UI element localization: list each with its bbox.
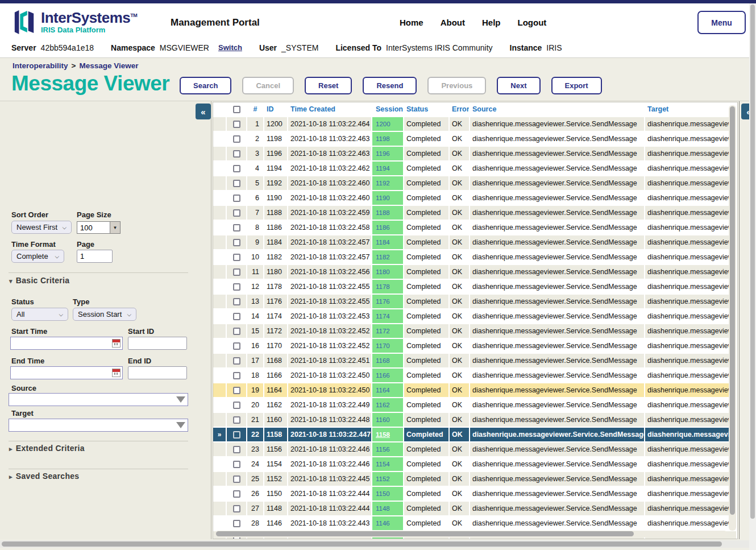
session-link[interactable]: 1146 [376, 520, 390, 527]
column-header--[interactable]: # [247, 102, 264, 117]
export-button[interactable]: Export [551, 77, 602, 94]
row-checkbox[interactable] [233, 313, 240, 320]
column-header-session[interactable]: Session [372, 102, 404, 117]
table-row[interactable]: »2211582021-10-18 11:03:22.4471158Comple… [213, 428, 737, 443]
session-link[interactable]: 1152 [376, 475, 390, 482]
table-row[interactable]: 1811662021-10-18 11:03:22.4501166Complet… [213, 369, 737, 383]
calendar-icon[interactable] [112, 339, 121, 348]
breadcrumb-message-viewer[interactable]: Message Viewer [79, 61, 138, 70]
table-row[interactable]: 112002021-10-18 11:03:22.4641200Complete… [213, 117, 737, 132]
target-combo[interactable] [9, 419, 188, 432]
table-row[interactable]: 1711682021-10-18 11:03:22.4511168Complet… [213, 354, 737, 369]
table-row[interactable]: 2611502021-10-18 11:03:22.4441150Complet… [213, 487, 737, 502]
session-link[interactable]: 1192 [376, 180, 390, 187]
table-row[interactable]: 1111802021-10-18 11:03:22.4561180Complet… [213, 265, 737, 280]
row-checkbox[interactable] [233, 357, 240, 365]
select-all-checkbox[interactable] [233, 106, 240, 113]
table-row[interactable]: 2311562021-10-18 11:03:22.4461156Complet… [213, 443, 737, 457]
row-checkbox[interactable] [233, 416, 240, 424]
table-row[interactable]: 811862021-10-18 11:03:22.4581186Complete… [213, 221, 737, 235]
menu-button[interactable]: Menu [697, 11, 746, 34]
row-checkbox[interactable] [233, 283, 240, 291]
column-header-target[interactable]: Target [645, 102, 737, 117]
breadcrumb-interoperability[interactable]: Interoperability [13, 61, 68, 70]
row-checkbox[interactable] [233, 372, 240, 379]
column-header-id[interactable]: ID [264, 102, 288, 117]
row-checkbox[interactable] [233, 298, 240, 305]
end-time-input[interactable] [10, 366, 123, 379]
session-link[interactable]: 1176 [376, 298, 390, 305]
row-checkbox[interactable] [233, 387, 240, 394]
column-header-status[interactable]: Status [404, 102, 450, 117]
table-row[interactable]: 1911642021-10-18 11:03:22.4501164Complet… [213, 383, 737, 398]
session-link[interactable]: 1184 [376, 239, 390, 246]
nav-link-logout[interactable]: Logout [518, 18, 547, 27]
session-link[interactable]: 1170 [376, 342, 390, 349]
row-checkbox[interactable] [233, 121, 240, 128]
table-row[interactable]: 511922021-10-18 11:03:22.4601192Complete… [213, 176, 737, 191]
column-header-source[interactable]: Source [470, 102, 645, 117]
extended-criteria-section-header[interactable]: ▸Extended Criteria [9, 444, 85, 453]
row-checkbox[interactable] [233, 150, 240, 158]
table-row[interactable]: 1211782021-10-18 11:03:22.4551178Complet… [213, 280, 737, 295]
resend-button[interactable]: Resend [363, 77, 417, 94]
table-row[interactable]: 1611702021-10-18 11:03:22.4521170Complet… [213, 339, 737, 354]
session-link[interactable]: 1196 [376, 150, 390, 157]
table-vertical-scrollbar[interactable] [729, 105, 736, 531]
table-row[interactable]: 2411542021-10-18 11:03:22.4461154Complet… [213, 457, 737, 472]
row-checkbox[interactable] [233, 475, 240, 483]
end-id-input[interactable] [128, 366, 187, 379]
table-row[interactable]: 1311762021-10-18 11:03:22.4551176Complet… [213, 295, 737, 309]
page-size-combo[interactable]: 100 ▼ [77, 221, 121, 234]
scrollbar-thumb[interactable] [750, 5, 755, 519]
session-link[interactable]: 1200 [376, 121, 391, 127]
row-checkbox[interactable] [233, 209, 240, 217]
table-row[interactable]: 2711482021-10-18 11:03:22.4441148Complet… [213, 502, 737, 516]
table-row[interactable]: 2511522021-10-18 11:03:22.4451152Complet… [213, 472, 737, 487]
session-link[interactable]: 1160 [376, 416, 390, 423]
scrollbar-thumb[interactable] [216, 531, 634, 536]
source-combo[interactable] [9, 393, 188, 406]
table-row[interactable]: 2811462021-10-18 11:03:22.4431146Complet… [213, 516, 737, 531]
table-row[interactable]: 611902021-10-18 11:03:22.4601190Complete… [213, 191, 737, 206]
row-checkbox[interactable] [233, 402, 240, 409]
saved-searches-section-header[interactable]: ▸Saved Searches [9, 472, 79, 481]
table-row[interactable]: 911842021-10-18 11:03:22.4571184Complete… [213, 235, 737, 250]
row-checkbox[interactable] [233, 135, 240, 143]
column-header-error[interactable]: Error [450, 102, 470, 117]
table-row[interactable]: 2111602021-10-18 11:03:22.4481160Complet… [213, 413, 737, 428]
type-select[interactable]: Session Start⌵ [73, 308, 136, 321]
session-link[interactable]: 1148 [376, 505, 390, 512]
start-time-input[interactable] [10, 337, 123, 350]
session-link[interactable]: 1162 [376, 402, 390, 408]
row-checkbox[interactable] [233, 446, 240, 453]
calendar-icon[interactable] [112, 369, 121, 377]
table-row[interactable]: 311962021-10-18 11:03:22.4631196Complete… [213, 147, 737, 162]
reset-button[interactable]: Reset [305, 77, 352, 94]
session-link[interactable]: 1198 [376, 135, 390, 142]
session-link[interactable]: 1164 [376, 387, 390, 394]
row-checkbox[interactable] [233, 180, 240, 187]
session-link[interactable]: 1166 [376, 372, 390, 379]
session-link[interactable]: 1172 [376, 328, 390, 334]
scrollbar-thumb[interactable] [730, 106, 735, 515]
row-checkbox[interactable] [233, 165, 240, 172]
session-link[interactable]: 1182 [376, 254, 390, 260]
row-checkbox[interactable] [233, 520, 240, 527]
session-link[interactable]: 1178 [376, 283, 390, 290]
column-header-time-created[interactable]: Time Created [288, 102, 372, 117]
session-link[interactable]: 1174 [376, 313, 390, 320]
table-row[interactable]: 1511722021-10-18 11:03:22.4521172Complet… [213, 324, 737, 339]
basic-criteria-section-header[interactable]: ▾Basic Criteria [9, 276, 69, 285]
row-checkbox[interactable] [233, 431, 240, 439]
table-row[interactable]: 1011822021-10-18 11:03:22.4571182Complet… [213, 250, 737, 265]
session-link[interactable]: 1188 [376, 209, 390, 216]
search-button[interactable]: Search [180, 77, 231, 94]
session-link[interactable]: 1150 [376, 490, 390, 497]
row-checkbox[interactable] [233, 328, 240, 335]
session-link[interactable]: 1156 [376, 446, 390, 453]
session-link[interactable]: 1194 [376, 165, 390, 172]
row-checkbox[interactable] [233, 461, 240, 468]
sidebar-collapse-button[interactable]: « [196, 104, 211, 119]
scrollbar-thumb[interactable] [2, 541, 722, 547]
